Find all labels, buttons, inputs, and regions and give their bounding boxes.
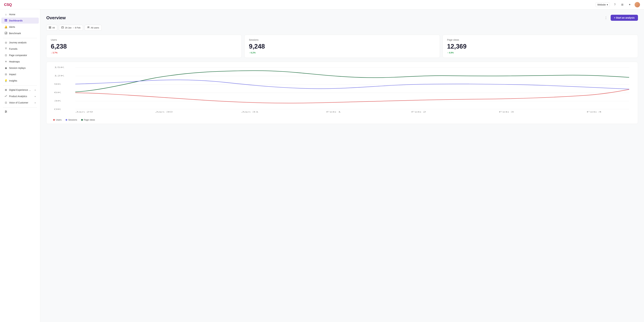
metric-label-sessions: Sessions	[249, 38, 435, 41]
crown-icon: ♦	[34, 102, 36, 104]
svg-text:Feb 4: Feb 4	[587, 111, 602, 113]
dashboard-icon	[4, 19, 8, 22]
sidebar-item-voice-of-customer[interactable]: ⊡ Voice of Customer ♦	[1, 100, 39, 106]
main-content: Overview ⋮ + Start an analysis All 29 Ja…	[40, 9, 644, 322]
app-body: ⌂ Home Dashboards 🔔 Alerts Benchmark ◎ J…	[0, 9, 644, 322]
avatar-image	[634, 2, 640, 7]
sidebar-item-benchmark[interactable]: Benchmark	[1, 30, 39, 36]
analysis-setup-icon	[4, 110, 8, 113]
svg-text:9K: 9K	[54, 83, 61, 85]
sidebar-item-digital-experience[interactable]: ⊠ Digital Experience Monitor... ♦	[1, 87, 39, 93]
svg-rect-2	[5, 20, 6, 21]
filter-all-chip[interactable]: All	[46, 25, 57, 31]
benchmark-icon	[4, 32, 8, 35]
sidebar-item-alerts[interactable]: 🔔 Alerts	[1, 24, 39, 30]
apps-grid-icon[interactable]: ⊞	[620, 2, 624, 7]
sidebar-item-analysis-setup[interactable]	[1, 109, 39, 115]
metric-change-pageviews: 4.8%	[447, 51, 634, 54]
metric-value-sessions: 9,248	[249, 43, 435, 50]
insights-icon: 💡	[4, 79, 8, 82]
svg-rect-25	[50, 26, 51, 27]
sidebar-item-label: Session replays	[9, 67, 26, 69]
sidebar-item-home[interactable]: ⌂ Home	[1, 11, 39, 17]
legend-item-users: Users	[53, 119, 62, 121]
sidebar-item-session-replays[interactable]: ◉ Session replays	[1, 65, 39, 71]
filter-date-chip[interactable]: 29 Jan → 8 Feb	[59, 25, 83, 31]
help-icon[interactable]: ?	[612, 2, 617, 7]
sidebar-item-insights[interactable]: 💡 Insights	[1, 78, 39, 84]
svg-text:Jan 29: Jan 29	[75, 111, 93, 113]
more-options-button[interactable]: ⋮	[603, 15, 608, 20]
legend-label-users: Users	[56, 119, 62, 121]
sidebar-item-product-analytics[interactable]: Product Analytics ♦	[1, 93, 39, 99]
sidebar-divider-2	[3, 85, 37, 86]
legend-dot-users	[53, 119, 55, 121]
legend-item-pageviews: Page views	[81, 119, 95, 121]
metric-label-users: Users	[51, 38, 237, 41]
legend-item-sessions: Sessions	[66, 119, 77, 121]
page-header-actions: ⋮ + Start an analysis	[603, 15, 638, 21]
star-icon[interactable]: ✦	[627, 2, 632, 7]
sidebar-item-dashboards[interactable]: Dashboards	[1, 17, 39, 24]
start-analysis-button[interactable]: + Start an analysis	[611, 15, 638, 21]
sidebar-item-label: Page comparator	[9, 54, 27, 57]
metric-label-pageviews: Page views	[447, 38, 634, 41]
sidebar-item-label: Impact	[9, 73, 16, 76]
svg-rect-24	[49, 26, 50, 27]
sidebar-item-label: Benchmark	[9, 32, 21, 35]
sidebar-divider-1	[3, 38, 37, 38]
svg-text:3K: 3K	[54, 100, 61, 102]
svg-rect-26	[49, 28, 50, 28]
sidebar-item-label: Heatmaps	[9, 60, 20, 63]
sidebar-item-label: Funnels	[9, 48, 18, 50]
sidebar-divider-3	[3, 107, 37, 108]
calendar-icon	[62, 26, 64, 29]
svg-text:15K: 15K	[54, 66, 64, 68]
sidebar-item-page-comparator[interactable]: ⊡ Page comparator	[1, 52, 39, 58]
filter-users-chip[interactable]: All users	[85, 25, 102, 31]
svg-line-11	[5, 96, 5, 97]
metric-card-pageviews: Page views 12,369 4.8%	[442, 35, 638, 58]
metric-change-text-users: 3.7%	[52, 51, 58, 54]
svg-text:Jan 31: Jan 31	[241, 111, 259, 113]
website-label: Website	[598, 3, 606, 6]
sidebar-item-label: Voice of Customer	[9, 101, 33, 104]
metric-change-text-sessions: 6.2%	[250, 51, 256, 54]
svg-point-22	[6, 111, 6, 112]
arrow-down-icon	[51, 51, 52, 54]
crown-icon: ♦	[34, 95, 36, 98]
svg-text:Feb 2: Feb 2	[411, 111, 426, 113]
page-title: Overview	[46, 15, 66, 20]
website-selector[interactable]: Website ▾	[596, 2, 610, 7]
sidebar-item-label: Journey analysis	[9, 41, 26, 44]
metric-card-sessions: Sessions 9,248 6.2%	[244, 35, 440, 58]
arrow-up-icon	[249, 51, 250, 54]
sidebar-item-label: Home	[9, 13, 15, 16]
avatar[interactable]	[634, 2, 640, 7]
legend-dot-pageviews	[81, 119, 83, 121]
filter-date-label: 29 Jan → 8 Feb	[65, 26, 80, 29]
sidebar-item-heatmaps[interactable]: ✳ Heatmaps	[1, 59, 39, 65]
sidebar-item-label: Alerts	[9, 26, 15, 28]
svg-point-23	[5, 112, 6, 113]
svg-text:6K: 6K	[54, 91, 61, 93]
sidebar-item-funnels[interactable]: Funnels	[1, 46, 39, 52]
metric-card-users: Users 6,238 3.7%	[46, 35, 242, 58]
metric-value-users: 6,238	[51, 43, 237, 50]
heatmap-icon: ✳	[4, 60, 8, 63]
filter-bar: All 29 Jan → 8 Feb All users	[46, 25, 638, 31]
sidebar: ⌂ Home Dashboards 🔔 Alerts Benchmark ◎ J…	[0, 9, 40, 322]
metric-cards: Users 6,238 3.7% Sessions 9,248 6.2% Pag…	[46, 35, 638, 58]
sidebar-item-journey-analysis[interactable]: ◎ Journey analysis	[1, 39, 39, 45]
legend-label-sessions: Sessions	[68, 119, 77, 121]
metric-value-pageviews: 12,369	[447, 43, 634, 50]
svg-text:Feb 3: Feb 3	[499, 111, 514, 113]
topbar-right: Website ▾ ? ⊞ ✦	[596, 2, 640, 7]
svg-rect-1	[6, 19, 7, 20]
topbar: CSQ Website ▾ ? ⊞ ✦	[0, 0, 644, 9]
svg-text:12K: 12K	[54, 75, 64, 77]
grid-filter-icon	[49, 26, 51, 29]
bell-icon: 🔔	[4, 25, 8, 28]
product-analytics-icon	[4, 95, 8, 98]
sidebar-item-impact[interactable]: ⊟ Impact	[1, 71, 39, 77]
